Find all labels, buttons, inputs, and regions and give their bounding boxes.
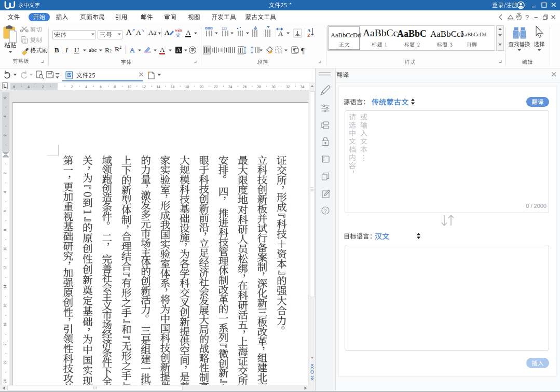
svg-text:32: 32 — [286, 85, 290, 89]
svg-text:24: 24 — [3, 380, 7, 384]
svg-text:16: 16 — [171, 85, 175, 89]
svg-text:2: 2 — [3, 172, 7, 174]
svg-text:123: 123 — [222, 27, 227, 30]
svg-text:A: A — [278, 30, 283, 37]
svg-text:12: 12 — [142, 85, 146, 89]
svg-text:18: 18 — [185, 85, 189, 89]
svg-text:20: 20 — [200, 85, 204, 89]
svg-text:28: 28 — [257, 85, 262, 89]
svg-text:30: 30 — [271, 85, 276, 89]
svg-text:24: 24 — [228, 85, 233, 89]
svg-text:10: 10 — [3, 247, 7, 251]
svg-text:?: ? — [324, 208, 326, 214]
svg-text:2: 2 — [71, 85, 73, 89]
svg-text:Z: Z — [307, 33, 310, 38]
svg-text:?: ? — [525, 13, 529, 21]
svg-text:8: 8 — [114, 85, 116, 89]
svg-text:22: 22 — [3, 360, 7, 365]
svg-text:¶: ¶ — [301, 47, 305, 55]
svg-text:14: 14 — [156, 85, 160, 89]
svg-text:6: 6 — [13, 85, 16, 89]
svg-text:4: 4 — [3, 191, 7, 193]
svg-text:0 / 2000: 0 / 2000 — [526, 203, 547, 209]
svg-text:26: 26 — [243, 85, 247, 89]
svg-text:wén: wén — [175, 28, 182, 33]
svg-text:12: 12 — [3, 266, 7, 270]
svg-text:4: 4 — [3, 115, 7, 117]
svg-text:18: 18 — [3, 323, 7, 327]
svg-text:10: 10 — [128, 85, 132, 89]
svg-text:34: 34 — [301, 85, 305, 89]
svg-text:4: 4 — [28, 85, 30, 89]
svg-text:2: 2 — [42, 85, 44, 89]
svg-text:14: 14 — [3, 285, 7, 289]
svg-text:8: 8 — [3, 229, 7, 231]
svg-text:4: 4 — [85, 85, 87, 89]
svg-text:6: 6 — [100, 85, 102, 89]
svg-text:16: 16 — [3, 304, 7, 308]
svg-text:6: 6 — [3, 210, 7, 212]
svg-text:20: 20 — [3, 342, 7, 346]
svg-text:6: 6 — [3, 96, 7, 99]
svg-text:2: 2 — [3, 134, 7, 136]
svg-text:22: 22 — [214, 85, 218, 89]
